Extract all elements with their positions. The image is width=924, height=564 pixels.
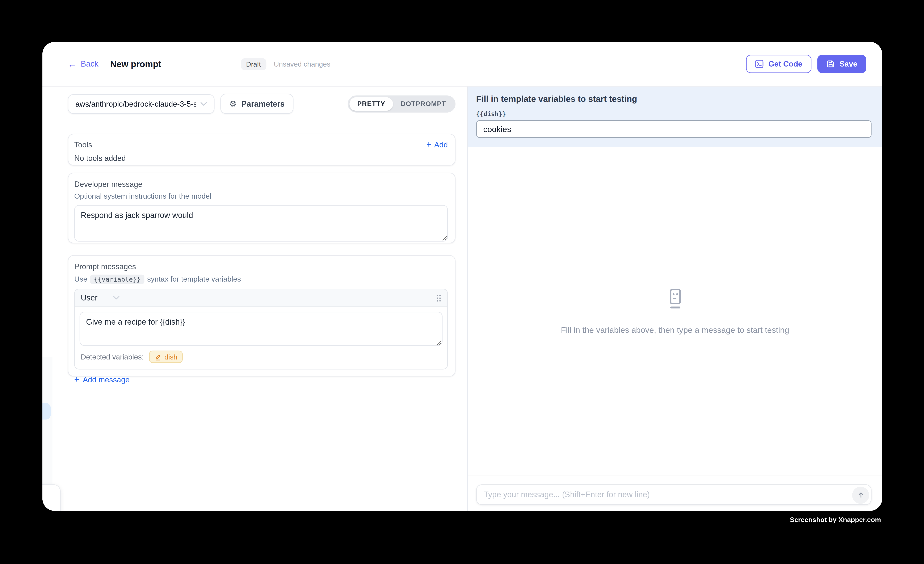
chevron-down-icon [113,296,119,300]
hint-suffix: syntax for template variables [147,275,241,283]
tools-card-header: Tools + Add [74,140,448,149]
top-bar: ← Back New prompt Draft Unsaved changes … [42,42,882,87]
save-button[interactable]: Save [817,55,866,73]
parameters-label: Parameters [241,99,285,108]
role-select-value: User [81,293,98,302]
view-mode-toggle: PRETTY DOTPROMPT [348,95,456,112]
developer-message-subtitle: Optional system instructions for the mod… [74,192,448,200]
toggle-pretty[interactable]: PRETTY [350,97,393,111]
drag-handle-icon[interactable] [436,294,441,302]
back-label: Back [81,59,98,68]
left-rail-highlight [42,403,51,420]
gear-icon: ⚙ [230,99,237,108]
model-select-value: aws/anthropic/bedrock-claude-3-5-s... [75,99,195,108]
screenshot-stage: ← Back New prompt Draft Unsaved changes … [0,0,924,564]
save-icon [826,59,835,68]
hint-prefix: Use [74,275,87,283]
save-label: Save [840,59,857,68]
tools-title: Tools [74,140,92,149]
unsaved-changes-note: Unsaved changes [274,60,330,68]
detected-variables-label: Detected variables: [81,352,144,361]
toggle-dotprompt[interactable]: DOTPROMPT [393,97,454,111]
chat-empty-text: Fill in the variables above, then type a… [561,325,789,334]
left-rail-tab [42,484,61,511]
prompt-messages-title: Prompt messages [74,262,448,271]
message-role-bar: User [75,290,447,307]
add-message-button[interactable]: + Add message [74,375,130,384]
developer-message-input[interactable]: Respond as jack sparrow would [74,205,448,242]
plus-icon: + [74,375,80,384]
add-tool-label: Add [434,140,448,149]
test-pane: Fill in template variables to start test… [467,87,882,511]
variable-code-chip: {{variable}} [90,274,144,284]
pencil-icon [154,353,162,360]
role-select[interactable]: User [81,293,119,302]
template-variables-title: Fill in template variables to start test… [476,94,872,104]
model-bar: aws/anthropic/bedrock-claude-3-5-s... ⚙ … [68,94,456,114]
tools-card: Tools + Add No tools added [68,134,456,166]
status-badge: Draft [241,58,266,70]
model-select[interactable]: aws/anthropic/bedrock-claude-3-5-s... [68,94,214,114]
dish-variable-label: {{dish}} [476,110,872,117]
terminal-icon [755,59,764,68]
watermark: Screenshot by Xnapper.com [790,516,881,523]
page-title: New prompt [110,59,161,69]
get-code-button[interactable]: Get Code [746,55,811,73]
header-actions: Get Code Save [746,55,866,73]
back-arrow-icon: ← [68,59,76,68]
template-variables-panel: Fill in template variables to start test… [468,87,882,147]
back-button[interactable]: ← Back [68,59,99,68]
left-rail-strip [42,357,52,486]
chevron-down-icon [200,102,207,106]
add-message-label: Add message [83,375,130,384]
chat-message-input[interactable] [477,490,871,499]
dish-variable-input[interactable] [476,120,872,138]
variable-syntax-hint: Use {{variable}} syntax for template var… [74,274,448,284]
robot-face-icon [663,286,687,311]
prompt-messages-card: Prompt messages Use {{variable}} syntax … [68,255,456,376]
message-content-input[interactable]: Give me a recipe for {{dish}} [80,312,442,346]
message-block: User [74,289,448,369]
chat-empty-state: Fill in the variables above, then type a… [468,286,882,334]
message-body: Give me a recipe for {{dish}} Detected v… [75,307,447,369]
plus-icon: + [426,141,431,149]
chat-input-box [476,484,872,505]
prompt-editor-pane: aws/anthropic/bedrock-claude-3-5-s... ⚙ … [42,87,467,511]
app-window: ← Back New prompt Draft Unsaved changes … [42,42,882,511]
get-code-label: Get Code [768,59,802,68]
tools-empty-text: No tools added [74,154,448,162]
detected-variables-row: Detected variables: dish [80,351,442,365]
add-tool-button[interactable]: + Add [426,140,448,149]
parameters-button[interactable]: ⚙ Parameters [220,94,293,114]
variable-chip-label: dish [164,352,177,361]
developer-message-title: Developer message [74,180,448,189]
chat-area: Fill in the variables above, then type a… [468,147,882,476]
variable-chip-dish[interactable]: dish [149,351,183,363]
developer-message-card: Developer message Optional system instru… [68,172,456,243]
send-button[interactable] [852,486,869,503]
chat-input-row [468,476,882,511]
main-split: aws/anthropic/bedrock-claude-3-5-s... ⚙ … [42,87,882,511]
